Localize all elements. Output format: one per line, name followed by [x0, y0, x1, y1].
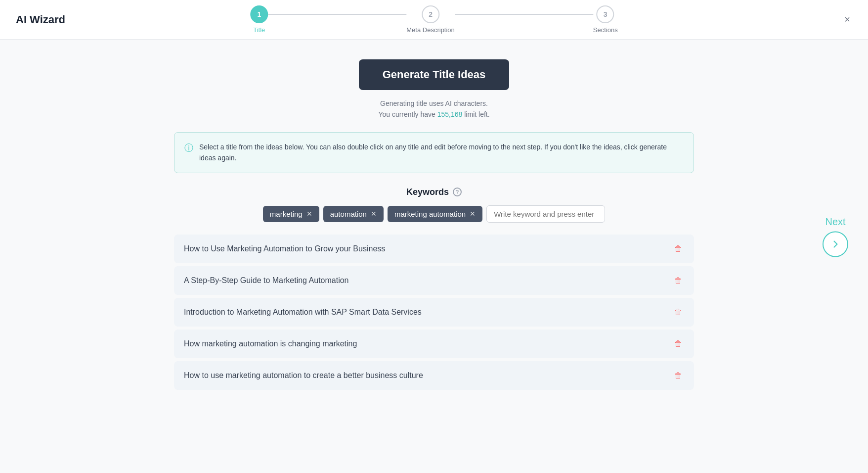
title-item[interactable]: A Step-By-Step Guide to Marketing Automa… [174, 266, 694, 295]
step-3-circle: 3 [597, 5, 614, 23]
delete-title-3[interactable]: 🗑 [672, 306, 684, 319]
title-text: A Step-By-Step Guide to Marketing Automa… [184, 276, 349, 285]
next-button[interactable] [823, 232, 848, 257]
next-label: Next [825, 216, 845, 228]
keywords-input-row: marketing ✕ automation ✕ marketing autom… [174, 205, 694, 223]
delete-title-2[interactable]: 🗑 [672, 274, 684, 287]
title-item[interactable]: How to use marketing automation to creat… [174, 361, 694, 390]
step-3-label: Sections [593, 26, 618, 34]
delete-title-5[interactable]: 🗑 [672, 369, 684, 382]
title-list: How to Use Marketing Automation to Grow … [174, 235, 694, 390]
step-meta-description[interactable]: 2 Meta Description [406, 5, 455, 34]
main-content: Generate Title Ideas Generating title us… [162, 40, 706, 410]
title-item[interactable]: How marketing automation is changing mar… [174, 330, 694, 358]
keyword-tag-automation: automation ✕ [323, 206, 384, 222]
generate-note-line1: Generating title uses AI characters. [380, 99, 488, 107]
title-text: How marketing automation is changing mar… [184, 339, 357, 348]
remove-keyword-automation[interactable]: ✕ [371, 210, 377, 218]
chevron-right-icon [830, 239, 840, 249]
info-icon: ⓘ [184, 142, 193, 154]
generate-title-button[interactable]: Generate Title Ideas [359, 59, 510, 90]
step-1-label: Title [253, 26, 265, 34]
app-title: AI Wizard [16, 13, 65, 26]
next-button-container: Next [823, 216, 848, 257]
keyword-tag-marketing-automation: marketing automation ✕ [388, 206, 482, 222]
title-text: How to use marketing automation to creat… [184, 371, 423, 380]
title-text: Introduction to Marketing Automation wit… [184, 308, 422, 317]
remove-keyword-marketing[interactable]: ✕ [306, 210, 312, 218]
step-title[interactable]: 1 Title [250, 5, 268, 34]
title-text: How to Use Marketing Automation to Grow … [184, 244, 385, 253]
keywords-help-icon[interactable]: ? [453, 188, 462, 196]
ai-characters-count: 155,168 [437, 110, 463, 118]
generate-note-suffix: limit left. [462, 110, 489, 118]
remove-keyword-marketing-automation[interactable]: ✕ [470, 210, 476, 218]
delete-title-4[interactable]: 🗑 [672, 337, 684, 350]
keywords-section: Keywords ? marketing ✕ automation ✕ mark… [174, 187, 694, 223]
info-box-text: Select a title from the ideas below. You… [199, 142, 684, 164]
stepper: 1 Title 2 Meta Description 3 Sections [250, 5, 617, 34]
title-item[interactable]: Introduction to Marketing Automation wit… [174, 298, 694, 327]
keyword-input[interactable] [486, 205, 605, 223]
step-2-label: Meta Description [406, 26, 455, 34]
step-2-circle: 2 [422, 5, 439, 23]
step-line-2-3 [455, 14, 593, 15]
delete-title-1[interactable]: 🗑 [672, 242, 684, 255]
step-sections[interactable]: 3 Sections [593, 5, 618, 34]
step-line-1-2 [268, 14, 406, 15]
generate-note-prefix: You currently have [378, 110, 437, 118]
keywords-label: Keywords ? [174, 187, 694, 197]
info-box: ⓘ Select a title from the ideas below. Y… [174, 132, 694, 173]
generate-section: Generate Title Ideas Generating title us… [174, 59, 694, 120]
close-button[interactable]: × [842, 12, 852, 27]
header: AI Wizard 1 Title 2 Meta Description 3 S… [0, 0, 868, 40]
keyword-tag-marketing: marketing ✕ [263, 206, 319, 222]
title-item[interactable]: How to Use Marketing Automation to Grow … [174, 235, 694, 263]
step-1-circle: 1 [250, 5, 268, 23]
generate-note: Generating title uses AI characters. You… [174, 98, 694, 120]
